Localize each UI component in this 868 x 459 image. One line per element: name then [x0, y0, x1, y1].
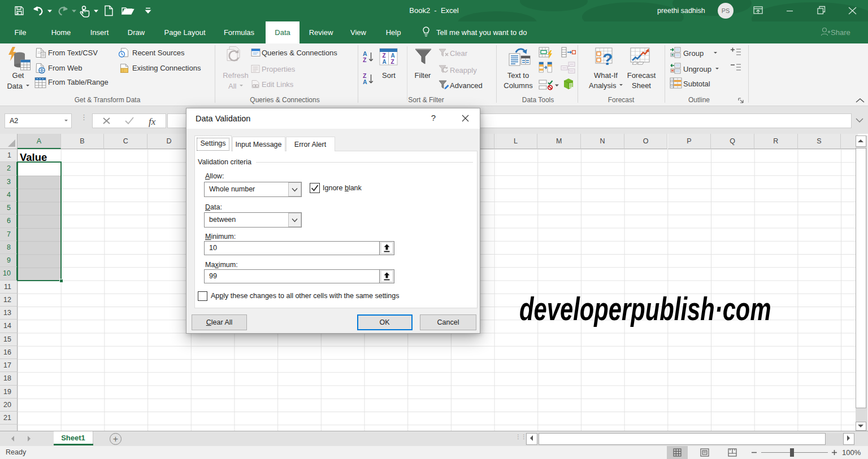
svg-text:A: A: [363, 78, 367, 85]
svg-text:Z: Z: [391, 59, 394, 65]
svg-text:A: A: [383, 59, 387, 65]
svg-text:A: A: [391, 53, 395, 59]
svg-text:Z: Z: [383, 53, 386, 59]
svg-text:fx: fx: [149, 116, 156, 127]
svg-text:Z: Z: [363, 56, 367, 63]
svg-text:?: ?: [602, 50, 613, 68]
